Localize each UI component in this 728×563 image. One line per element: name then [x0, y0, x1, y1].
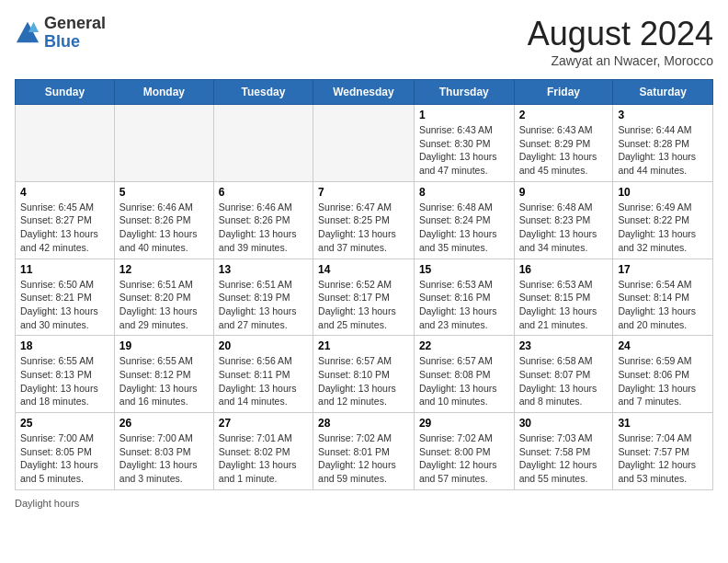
day-info: Sunrise: 6:49 AMSunset: 8:22 PMDaylight:… — [618, 201, 708, 255]
day-number: 29 — [419, 417, 509, 430]
day-number: 9 — [519, 186, 609, 199]
day-number: 30 — [519, 417, 609, 430]
day-number: 23 — [519, 339, 609, 352]
day-header: Friday — [514, 80, 613, 105]
calendar-cell: 3Sunrise: 6:44 AMSunset: 8:28 PMDaylight… — [613, 105, 713, 182]
day-info: Sunrise: 7:01 AMSunset: 8:02 PMDaylight:… — [219, 431, 308, 486]
day-info: Sunrise: 6:56 AMSunset: 8:11 PMDaylight:… — [219, 354, 308, 408]
calendar-cell — [313, 105, 415, 182]
calendar-cell: 5Sunrise: 6:46 AMSunset: 8:26 PMDaylight… — [114, 181, 213, 259]
calendar-cell: 6Sunrise: 6:46 AMSunset: 8:26 PMDaylight… — [213, 181, 313, 259]
calendar-cell: 24Sunrise: 6:59 AMSunset: 8:06 PMDayligh… — [613, 336, 713, 413]
calendar-cell: 30Sunrise: 7:03 AMSunset: 7:58 PMDayligh… — [514, 413, 613, 490]
day-info: Sunrise: 6:58 AMSunset: 8:07 PMDaylight:… — [519, 354, 609, 408]
calendar-cell: 26Sunrise: 7:00 AMSunset: 8:03 PMDayligh… — [114, 413, 213, 490]
calendar-cell: 15Sunrise: 6:53 AMSunset: 8:16 PMDayligh… — [414, 259, 514, 336]
day-header: Thursday — [414, 80, 514, 105]
calendar-cell: 28Sunrise: 7:02 AMSunset: 8:01 PMDayligh… — [313, 413, 415, 490]
day-info: Sunrise: 6:57 AMSunset: 8:10 PMDaylight:… — [318, 354, 409, 408]
day-number: 14 — [318, 263, 409, 276]
calendar-cell: 14Sunrise: 6:52 AMSunset: 8:17 PMDayligh… — [313, 259, 415, 336]
calendar-cell: 23Sunrise: 6:58 AMSunset: 8:07 PMDayligh… — [514, 336, 613, 413]
day-info: Sunrise: 7:04 AMSunset: 7:57 PMDaylight:… — [618, 431, 708, 486]
day-number: 22 — [419, 339, 509, 352]
calendar-cell — [213, 105, 313, 182]
day-number: 15 — [419, 263, 509, 276]
calendar-title: August 2024 — [528, 15, 713, 53]
day-number: 16 — [519, 263, 609, 276]
day-info: Sunrise: 6:52 AMSunset: 8:17 PMDaylight:… — [318, 278, 409, 332]
day-info: Sunrise: 6:53 AMSunset: 8:15 PMDaylight:… — [519, 278, 609, 332]
day-number: 11 — [20, 263, 109, 276]
day-number: 3 — [618, 109, 708, 121]
day-number: 27 — [219, 417, 308, 430]
day-info: Sunrise: 6:44 AMSunset: 8:28 PMDaylight:… — [618, 123, 708, 178]
logo-blue-text: Blue — [44, 32, 80, 51]
day-info: Sunrise: 7:02 AMSunset: 8:01 PMDaylight:… — [318, 431, 409, 486]
calendar-cell: 8Sunrise: 6:48 AMSunset: 8:24 PMDaylight… — [414, 181, 514, 259]
day-number: 25 — [20, 417, 109, 430]
day-info: Sunrise: 6:50 AMSunset: 8:21 PMDaylight:… — [20, 278, 109, 332]
calendar-cell: 27Sunrise: 7:01 AMSunset: 8:02 PMDayligh… — [213, 413, 313, 490]
calendar-cell: 31Sunrise: 7:04 AMSunset: 7:57 PMDayligh… — [613, 413, 713, 490]
day-number: 7 — [318, 186, 409, 199]
day-number: 5 — [119, 186, 209, 199]
calendar-cell: 19Sunrise: 6:55 AMSunset: 8:12 PMDayligh… — [114, 336, 213, 413]
calendar-cell: 7Sunrise: 6:47 AMSunset: 8:25 PMDaylight… — [313, 181, 415, 259]
day-info: Sunrise: 6:54 AMSunset: 8:14 PMDaylight:… — [618, 278, 708, 332]
day-info: Sunrise: 6:51 AMSunset: 8:19 PMDaylight:… — [219, 278, 308, 332]
day-number: 10 — [618, 186, 708, 199]
calendar-cell: 11Sunrise: 6:50 AMSunset: 8:21 PMDayligh… — [16, 259, 115, 336]
calendar-cell: 29Sunrise: 7:02 AMSunset: 8:00 PMDayligh… — [414, 413, 514, 490]
day-number: 21 — [318, 339, 409, 352]
logo-icon — [15, 20, 40, 46]
day-info: Sunrise: 6:46 AMSunset: 8:26 PMDaylight:… — [219, 201, 308, 255]
day-number: 2 — [519, 109, 609, 121]
day-header: Wednesday — [313, 80, 415, 105]
day-info: Sunrise: 6:48 AMSunset: 8:24 PMDaylight:… — [419, 201, 509, 255]
day-number: 17 — [618, 263, 708, 276]
day-number: 26 — [119, 417, 209, 430]
day-header: Sunday — [16, 80, 115, 105]
day-info: Sunrise: 7:00 AMSunset: 8:05 PMDaylight:… — [20, 431, 109, 486]
day-number: 6 — [219, 186, 308, 199]
calendar-cell: 17Sunrise: 6:54 AMSunset: 8:14 PMDayligh… — [613, 259, 713, 336]
day-header: Monday — [114, 80, 213, 105]
calendar-cell: 1Sunrise: 6:43 AMSunset: 8:30 PMDaylight… — [414, 105, 514, 182]
day-info: Sunrise: 6:51 AMSunset: 8:20 PMDaylight:… — [119, 278, 209, 332]
day-info: Sunrise: 7:02 AMSunset: 8:00 PMDaylight:… — [419, 431, 509, 486]
day-info: Sunrise: 6:43 AMSunset: 8:30 PMDaylight:… — [419, 123, 509, 178]
calendar-cell: 18Sunrise: 6:55 AMSunset: 8:13 PMDayligh… — [16, 336, 115, 413]
day-info: Sunrise: 6:46 AMSunset: 8:26 PMDaylight:… — [119, 201, 209, 255]
day-info: Sunrise: 6:53 AMSunset: 8:16 PMDaylight:… — [419, 278, 509, 332]
day-info: Sunrise: 6:55 AMSunset: 8:13 PMDaylight:… — [20, 354, 109, 408]
footer-note: Daylight hours — [15, 498, 713, 509]
day-info: Sunrise: 7:00 AMSunset: 8:03 PMDaylight:… — [119, 431, 209, 486]
calendar-cell: 25Sunrise: 7:00 AMSunset: 8:05 PMDayligh… — [16, 413, 115, 490]
calendar-cell — [114, 105, 213, 182]
day-number: 8 — [419, 186, 509, 199]
day-number: 13 — [219, 263, 308, 276]
calendar-cell: 10Sunrise: 6:49 AMSunset: 8:22 PMDayligh… — [613, 181, 713, 259]
calendar-cell: 13Sunrise: 6:51 AMSunset: 8:19 PMDayligh… — [213, 259, 313, 336]
calendar-cell: 2Sunrise: 6:43 AMSunset: 8:29 PMDaylight… — [514, 105, 613, 182]
day-info: Sunrise: 6:47 AMSunset: 8:25 PMDaylight:… — [318, 201, 409, 255]
calendar-cell: 16Sunrise: 6:53 AMSunset: 8:15 PMDayligh… — [514, 259, 613, 336]
calendar-cell: 4Sunrise: 6:45 AMSunset: 8:27 PMDaylight… — [16, 181, 115, 259]
calendar-cell: 21Sunrise: 6:57 AMSunset: 8:10 PMDayligh… — [313, 336, 415, 413]
calendar-cell: 9Sunrise: 6:48 AMSunset: 8:23 PMDaylight… — [514, 181, 613, 259]
title-area: August 2024 Zawyat an Nwacer, Morocco — [528, 15, 713, 68]
day-info: Sunrise: 6:45 AMSunset: 8:27 PMDaylight:… — [20, 201, 109, 255]
day-info: Sunrise: 6:48 AMSunset: 8:23 PMDaylight:… — [519, 201, 609, 255]
day-number: 12 — [119, 263, 209, 276]
day-number: 24 — [618, 339, 708, 352]
day-header: Saturday — [613, 80, 713, 105]
day-number: 1 — [419, 109, 509, 121]
day-number: 4 — [20, 186, 109, 199]
day-number: 18 — [20, 339, 109, 352]
calendar-table: SundayMondayTuesdayWednesdayThursdayFrid… — [15, 79, 713, 490]
calendar-subtitle: Zawyat an Nwacer, Morocco — [528, 53, 713, 68]
calendar-cell: 12Sunrise: 6:51 AMSunset: 8:20 PMDayligh… — [114, 259, 213, 336]
day-header: Tuesday — [213, 80, 313, 105]
calendar-cell: 22Sunrise: 6:57 AMSunset: 8:08 PMDayligh… — [414, 336, 514, 413]
